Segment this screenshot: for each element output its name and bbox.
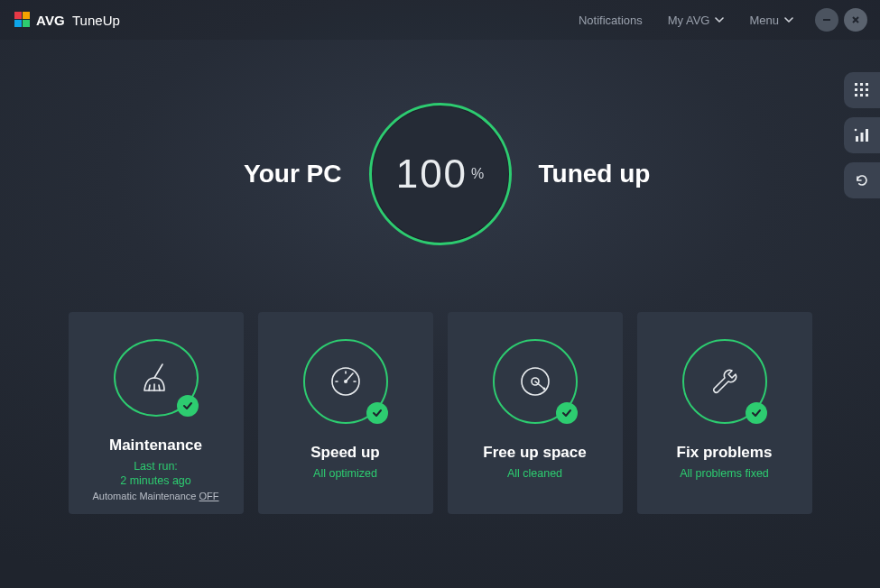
chevron-down-icon [784,15,793,24]
minimize-icon [821,14,832,25]
svg-rect-9 [860,88,863,91]
notifications-link[interactable]: Notifications [579,14,643,27]
broom-icon [136,358,176,398]
dock-undo-button[interactable] [844,162,880,198]
svg-rect-14 [856,136,858,142]
chevron-down-icon [715,15,724,24]
svg-point-19 [344,380,347,383]
card-fix-problems[interactable]: Fix problems All problems fixed [637,312,812,514]
product-name: TuneUp [72,13,120,28]
card-maintenance[interactable]: Maintenance Last run: 2 minutes ago Auto… [69,312,244,514]
card-status: Last run: [134,460,178,473]
card-speed-up[interactable]: Speed up All optimized [258,312,433,514]
bar-chart-icon [854,127,870,143]
check-icon [182,400,193,411]
svg-rect-16 [866,129,868,142]
svg-rect-0 [14,12,22,19]
check-badge [746,402,767,424]
undo-icon [854,172,870,188]
check-badge [366,402,388,424]
speedometer-icon [326,362,366,401]
svg-rect-7 [866,83,868,86]
avg-logo-icon [14,12,31,28]
svg-rect-6 [860,83,863,86]
hard-drive-icon [515,362,555,401]
main-menu[interactable]: Menu [749,14,793,27]
card-status: All optimized [313,467,377,480]
close-icon [850,14,861,25]
wrench-icon [705,362,745,401]
svg-rect-1 [23,12,30,19]
svg-rect-10 [866,88,868,91]
svg-rect-8 [855,88,857,91]
card-sub2: Automatic Maintenance OFF [92,491,218,501]
gauge-value: 100 [396,152,468,197]
card-status: All problems fixed [680,467,769,480]
svg-rect-12 [860,94,863,96]
app-logo: AVG TuneUp [14,12,120,28]
svg-point-22 [542,388,545,390]
svg-rect-11 [855,94,857,96]
svg-rect-13 [866,94,868,96]
card-title: Free up space [483,444,586,462]
my-avg-menu[interactable]: My AVG [668,14,725,27]
dock-stats-button[interactable] [844,117,880,153]
card-icon-ring [493,339,578,424]
gauge-percent: % [471,166,484,182]
card-title: Fix problems [677,444,773,462]
svg-rect-3 [23,20,30,27]
minimize-button[interactable] [815,8,838,32]
header-links: Notifications My AVG Menu [579,14,793,27]
check-icon [561,408,572,418]
auto-maint-toggle[interactable]: OFF [199,491,219,501]
cards-row: Maintenance Last run: 2 minutes ago Auto… [0,312,880,514]
svg-rect-2 [14,20,22,27]
check-badge [556,402,578,424]
auto-maint-label: Automatic Maintenance [92,491,199,501]
apps-grid-icon [854,82,870,98]
close-button[interactable] [844,8,867,32]
svg-rect-15 [861,133,864,142]
side-dock [844,72,880,198]
hero-left-text: Your PC [216,160,342,188]
card-title: Maintenance [109,436,202,455]
brand-name: AVG [36,13,65,28]
card-icon-ring [682,339,767,424]
card-status: All cleaned [507,467,562,480]
svg-point-17 [855,129,857,132]
check-badge [177,395,199,417]
card-free-up-space[interactable]: Free up space All cleaned [448,312,623,514]
card-icon-ring [114,339,199,417]
svg-rect-5 [855,83,857,86]
check-icon [372,408,383,418]
my-avg-label: My AVG [668,14,710,27]
card-icon-ring [303,339,388,424]
check-icon [751,408,762,418]
app-header: AVG TuneUp Notifications My AVG Menu [0,0,880,40]
tuneup-gauge: 100 % [369,103,512,245]
hero-status: Your PC 100 % Tuned up [0,103,880,245]
card-sub: 2 minutes ago [120,474,191,487]
hero-right-text: Tuned up [539,160,665,188]
dock-apps-button[interactable] [844,72,880,108]
menu-label: Menu [749,14,779,27]
card-title: Speed up [310,444,380,462]
